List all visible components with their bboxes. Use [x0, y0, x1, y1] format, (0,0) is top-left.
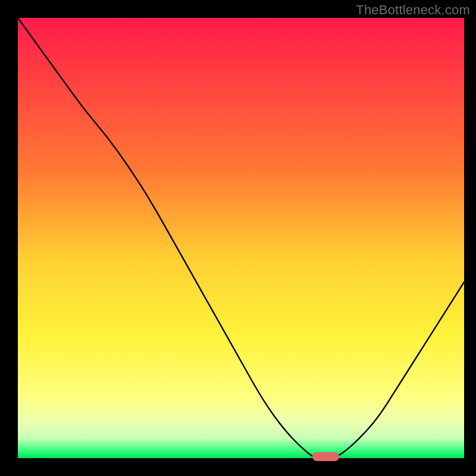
bottleneck-curve	[18, 18, 464, 458]
watermark-text: TheBottleneck.com	[356, 2, 470, 18]
optimal-marker	[312, 452, 339, 461]
curve-svg	[0, 0, 476, 476]
chart-container: TheBottleneck.com	[0, 0, 476, 476]
